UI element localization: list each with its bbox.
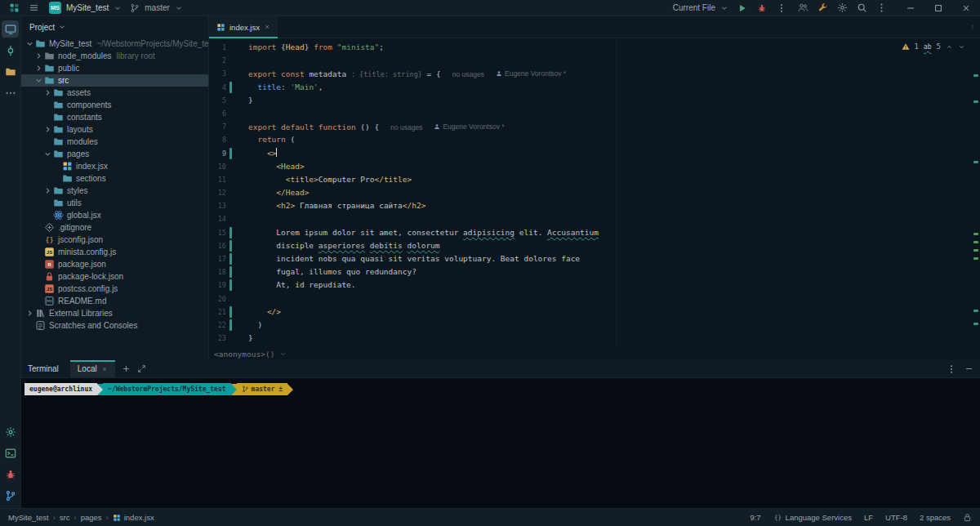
code-line-21[interactable]: 21 </> bbox=[209, 305, 980, 319]
terminal-output[interactable]: eugene@archlinux~/WebstormProjects/MySit… bbox=[21, 378, 980, 400]
stripe-mark[interactable] bbox=[973, 100, 978, 103]
tree-item-index-jsx[interactable]: index.jsx bbox=[21, 160, 208, 172]
code-with-me-button[interactable] bbox=[795, 2, 810, 15]
code-line-13[interactable]: 13 <h2> Главная страница сайта</h2> bbox=[209, 199, 980, 212]
chevron-down-icon[interactable] bbox=[43, 149, 52, 158]
run-button[interactable] bbox=[735, 2, 750, 15]
author-inlay[interactable]: Eugene Vorontsov * bbox=[434, 120, 504, 133]
stripe-mark[interactable] bbox=[973, 233, 978, 235]
tree-item-jsconfig-json[interactable]: {}jsconfig.json bbox=[21, 234, 208, 246]
code-line-22[interactable]: 22 ) bbox=[209, 319, 980, 332]
code-line-10[interactable]: 10 <Head> bbox=[209, 160, 980, 173]
code-line-15[interactable]: 15 Lorem ipsum dolor sit amet, consectet… bbox=[209, 226, 980, 239]
minimize-button[interactable] bbox=[903, 2, 918, 15]
chevron-right-icon[interactable] bbox=[34, 64, 43, 73]
tree-item-pages[interactable]: pages bbox=[21, 148, 208, 160]
language-services[interactable]: {} Language Services bbox=[773, 513, 852, 522]
tool-project-button[interactable] bbox=[2, 20, 19, 38]
code-line-5[interactable]: 5} bbox=[209, 94, 980, 107]
chevron-down-icon[interactable] bbox=[34, 76, 43, 85]
code-line-18[interactable]: 18 fugal, illumos quo redundancy? bbox=[209, 265, 980, 279]
chevron-down-icon[interactable] bbox=[25, 39, 34, 48]
code-line-6[interactable]: 6 bbox=[209, 107, 980, 120]
tree-item-package-json[interactable]: npackage.json bbox=[21, 258, 208, 270]
tree-item-postcss-config-js[interactable]: JSpostcss.config.js bbox=[21, 283, 208, 295]
vcs-widget[interactable]: master bbox=[130, 3, 183, 13]
usages-inlay[interactable]: no usages bbox=[452, 68, 484, 81]
code-line-19[interactable]: 19 At, id repudiate. bbox=[209, 279, 980, 292]
chevron-right-icon[interactable] bbox=[43, 88, 52, 97]
code-line-17[interactable]: 17 incident nobs qua quasi sit veritas v… bbox=[209, 252, 980, 265]
code-line-4[interactable]: 4 title: 'Main', bbox=[209, 81, 980, 94]
close-window-button[interactable] bbox=[959, 2, 973, 15]
tool-commit-button[interactable] bbox=[2, 42, 19, 59]
tree-item-layouts[interactable]: layouts bbox=[21, 123, 208, 136]
breadcrumb-mysite-test[interactable]: MySite_test bbox=[8, 513, 49, 522]
tree-item-src[interactable]: src bbox=[21, 74, 208, 87]
tree-item-public[interactable]: public bbox=[21, 62, 208, 74]
tree-item-assets[interactable]: assets bbox=[21, 87, 208, 99]
tree-item-gitignore[interactable]: .gitignore bbox=[21, 221, 208, 234]
indent-setting[interactable]: 2 spaces bbox=[920, 513, 951, 522]
code-line-14[interactable]: 14 bbox=[209, 212, 980, 225]
code-line-11[interactable]: 11 <title>Computer Pro</title> bbox=[209, 173, 980, 186]
tool-settings-sync-button[interactable] bbox=[2, 423, 19, 440]
stripe-mark[interactable] bbox=[973, 323, 978, 325]
tree-item-mysite-test[interactable]: MySite_test~/WebstormProjects/MySite_tes… bbox=[21, 38, 208, 50]
breadcrumb-pages[interactable]: pages bbox=[81, 513, 102, 522]
project-header[interactable]: Project bbox=[21, 16, 208, 38]
chevron-right-icon[interactable] bbox=[43, 125, 52, 134]
stripe-mark[interactable] bbox=[973, 249, 978, 252]
tree-item-node-modules[interactable]: node_moduleslibrary root bbox=[21, 50, 208, 62]
main-menu-button[interactable] bbox=[26, 2, 41, 15]
stripe-mark[interactable] bbox=[973, 74, 978, 77]
line-separator[interactable]: LF bbox=[864, 513, 873, 522]
stripe-mark[interactable] bbox=[973, 241, 978, 243]
project-widget[interactable]: MS MySite_test bbox=[49, 2, 122, 14]
code-line-3[interactable]: 3export const metadata : {title: string}… bbox=[209, 67, 980, 80]
tree-item-readme-md[interactable]: README.md bbox=[21, 295, 208, 307]
tree-item-package-lock-json[interactable]: package-lock.json bbox=[21, 270, 208, 283]
maximize-panel-icon[interactable] bbox=[137, 364, 146, 373]
run-config-selector[interactable]: Current File bbox=[673, 3, 728, 12]
tree-item-utils[interactable]: utils bbox=[21, 197, 208, 209]
code-line-1[interactable]: 1import {Head} from "minista"; bbox=[209, 41, 980, 54]
chevron-right-icon[interactable] bbox=[43, 186, 52, 195]
tab-index-jsx[interactable]: index.jsx bbox=[209, 16, 278, 38]
tool-version-control-button[interactable] bbox=[2, 487, 19, 504]
settings-button[interactable] bbox=[835, 2, 849, 15]
tree-item-constants[interactable]: constants bbox=[21, 111, 208, 123]
breadcrumb-context[interactable]: <anonymous>() bbox=[209, 347, 980, 360]
run-more-button[interactable] bbox=[774, 2, 789, 15]
caret-position[interactable]: 9:7 bbox=[750, 513, 760, 522]
stripe-mark[interactable] bbox=[973, 310, 978, 312]
app-logo-button[interactable] bbox=[7, 2, 21, 15]
tree-item-global-jsx[interactable]: global.jsx bbox=[21, 209, 208, 221]
code-line-23[interactable]: 23} bbox=[209, 332, 980, 345]
tool-debug-tool-button[interactable] bbox=[2, 466, 19, 483]
error-stripe[interactable] bbox=[973, 38, 979, 347]
code-line-20[interactable]: 20 bbox=[209, 292, 980, 305]
file-encoding[interactable]: UTF-8 bbox=[885, 513, 907, 522]
hide-panel-icon[interactable] bbox=[964, 364, 973, 373]
breadcrumb-index-jsx[interactable]: index.jsx bbox=[113, 513, 154, 522]
tree-item-minista-config-js[interactable]: JSminista.config.js bbox=[21, 246, 208, 258]
tree-item-components[interactable]: components bbox=[21, 99, 208, 111]
code-line-8[interactable]: 8 return ( bbox=[209, 133, 980, 146]
new-terminal-icon[interactable] bbox=[122, 364, 131, 373]
code-line-12[interactable]: 12 </Head> bbox=[209, 186, 980, 199]
breadcrumb-src[interactable]: src bbox=[60, 513, 70, 522]
stripe-mark[interactable] bbox=[973, 257, 978, 260]
tree-item-modules[interactable]: modules bbox=[21, 136, 208, 148]
usages-inlay[interactable]: no usages bbox=[390, 121, 422, 134]
terminal-options-icon[interactable] bbox=[947, 364, 956, 374]
maximize-button[interactable] bbox=[931, 2, 946, 15]
tool-bookmarks-button[interactable] bbox=[2, 63, 19, 80]
tool-more-tools-button[interactable] bbox=[2, 84, 19, 101]
tree-item-styles[interactable]: styles bbox=[21, 185, 208, 197]
search-everywhere-button[interactable] bbox=[854, 2, 869, 15]
code-line-2[interactable]: 2 bbox=[209, 54, 980, 67]
code-line-16[interactable]: 16 disciple asperiores debitis dolorum bbox=[209, 239, 980, 252]
code-editor[interactable]: 1import {Head} from "minista";23export c… bbox=[209, 38, 980, 347]
code-line-9[interactable]: 9 <> bbox=[209, 147, 980, 160]
